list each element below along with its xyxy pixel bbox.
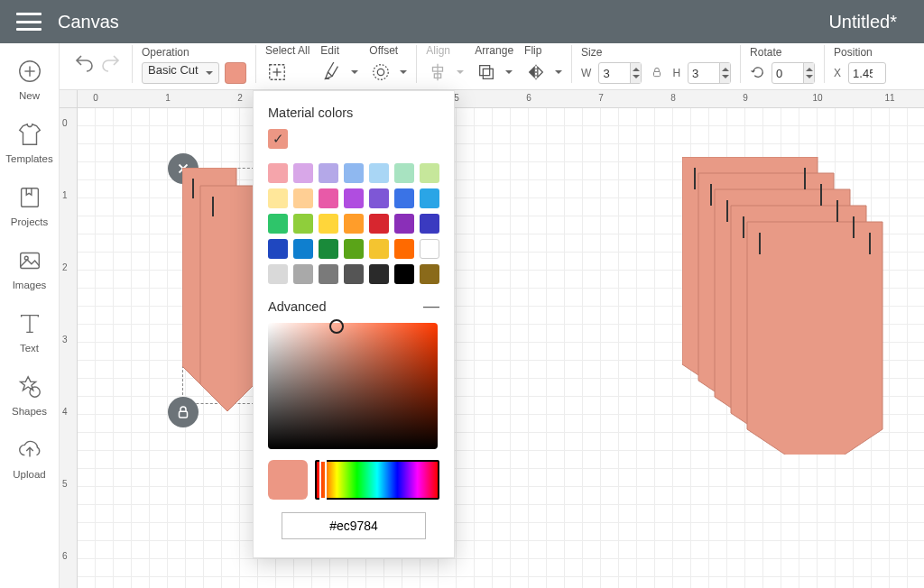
edit-button[interactable] xyxy=(320,60,344,84)
nav-new[interactable]: New xyxy=(0,49,59,112)
app-title: Canvas xyxy=(58,12,119,32)
chevron-down-icon[interactable] xyxy=(505,70,513,78)
color-swatch[interactable] xyxy=(369,239,389,259)
canvas-mat[interactable] xyxy=(78,108,924,588)
color-swatch[interactable] xyxy=(319,214,338,234)
color-swatch[interactable] xyxy=(344,264,364,284)
arrange-label: Arrange xyxy=(475,44,513,57)
operation-color-swatch[interactable] xyxy=(225,62,246,84)
select-all-button[interactable] xyxy=(265,60,289,84)
color-swatch[interactable] xyxy=(268,214,288,234)
color-swatch[interactable] xyxy=(420,239,439,259)
collapse-icon[interactable]: — xyxy=(423,297,439,316)
used-color-swatch[interactable]: ✓ xyxy=(268,129,288,149)
hue-slider[interactable] xyxy=(315,460,439,500)
plus-circle-icon xyxy=(16,58,43,85)
offset-button[interactable] xyxy=(369,60,393,84)
image-icon xyxy=(16,247,43,274)
flip-button[interactable] xyxy=(524,60,548,84)
chevron-down-icon[interactable] xyxy=(555,70,562,78)
title-bar: Canvas Untitled* xyxy=(0,0,924,43)
color-swatch[interactable] xyxy=(344,239,364,259)
hex-input[interactable] xyxy=(282,512,426,539)
color-swatch[interactable] xyxy=(420,264,439,284)
undo-button[interactable] xyxy=(72,51,96,75)
offset-label: Offset xyxy=(369,44,407,57)
color-swatch[interactable] xyxy=(369,188,389,208)
cloud-upload-icon xyxy=(16,436,43,464)
color-swatch[interactable] xyxy=(369,163,389,183)
redo-button[interactable] xyxy=(99,51,123,75)
color-swatch[interactable] xyxy=(344,163,364,183)
align-button xyxy=(426,60,449,84)
nav-images[interactable]: Images xyxy=(0,238,59,301)
color-swatch[interactable] xyxy=(420,188,439,208)
saturation-value-picker[interactable] xyxy=(268,323,438,449)
color-swatch[interactable] xyxy=(268,188,288,208)
lock-aspect-icon[interactable] xyxy=(651,66,663,81)
flip-label: Flip xyxy=(524,44,562,57)
color-swatch[interactable] xyxy=(319,239,338,259)
color-swatch[interactable] xyxy=(394,239,414,259)
color-swatch[interactable] xyxy=(319,264,338,284)
x-label: X xyxy=(834,67,841,79)
nav-label: Upload xyxy=(13,469,45,480)
nav-shapes[interactable]: Shapes xyxy=(0,364,59,427)
nav-templates[interactable]: Templates xyxy=(0,112,59,175)
color-swatch[interactable] xyxy=(394,214,414,234)
edit-label: Edit xyxy=(320,44,358,57)
document-title[interactable]: Untitled* xyxy=(828,12,897,32)
color-swatch[interactable] xyxy=(344,214,364,234)
color-swatch[interactable] xyxy=(394,188,414,208)
bookmark-card-icon xyxy=(16,184,43,211)
svg-rect-16 xyxy=(484,69,494,78)
nav-label: Shapes xyxy=(12,406,47,417)
svg-rect-3 xyxy=(21,188,38,207)
nav-projects[interactable]: Projects xyxy=(0,175,59,238)
position-x-input[interactable] xyxy=(848,62,886,84)
menu-icon[interactable] xyxy=(16,13,42,31)
align-label: Align xyxy=(426,44,464,57)
advanced-label[interactable]: Advanced xyxy=(268,299,327,314)
shapes-icon xyxy=(16,373,43,400)
color-swatch[interactable] xyxy=(420,214,439,234)
nav-upload[interactable]: Upload xyxy=(0,427,59,491)
arrange-button[interactable] xyxy=(475,60,498,84)
color-swatch[interactable] xyxy=(369,264,389,284)
color-swatch[interactable] xyxy=(394,264,414,284)
color-swatch[interactable] xyxy=(319,163,338,183)
svg-rect-4 xyxy=(20,253,39,269)
color-swatch[interactable] xyxy=(319,188,338,208)
w-label: W xyxy=(581,67,591,79)
svg-point-11 xyxy=(374,65,389,80)
select-all-label: Select All xyxy=(265,44,310,57)
color-swatch[interactable] xyxy=(293,188,313,208)
canvas-area[interactable]: 0 1 2 3 4 5 6 7 8 9 10 11 0 1 2 3 4 5 6 xyxy=(60,90,924,588)
color-swatch[interactable] xyxy=(344,188,364,208)
color-swatch[interactable] xyxy=(369,214,389,234)
color-swatch[interactable] xyxy=(293,214,313,234)
nav-label: Images xyxy=(13,280,47,290)
color-picker-panel: Material colors ✓ Advanced — xyxy=(253,90,455,558)
position-label: Position xyxy=(834,46,886,59)
sidebar-nav: New Templates Projects Images Text Shape… xyxy=(0,43,60,588)
size-label: Size xyxy=(581,46,731,59)
operation-select[interactable]: Basic Cut xyxy=(142,62,219,84)
color-swatch[interactable] xyxy=(420,163,439,183)
color-swatch[interactable] xyxy=(268,264,288,284)
color-swatch[interactable] xyxy=(268,239,288,259)
shape-banner-stack[interactable] xyxy=(682,157,890,455)
color-swatch[interactable] xyxy=(293,163,313,183)
chevron-down-icon[interactable] xyxy=(400,70,407,78)
color-swatch[interactable] xyxy=(293,239,313,259)
chevron-down-icon[interactable] xyxy=(351,70,358,78)
color-swatch-grid xyxy=(268,163,439,284)
color-swatch[interactable] xyxy=(268,163,288,183)
ruler-vertical: 0 1 2 3 4 5 6 xyxy=(60,108,78,588)
color-swatch[interactable] xyxy=(394,163,414,183)
nav-text[interactable]: Text xyxy=(0,301,59,364)
svg-rect-18 xyxy=(654,71,661,76)
color-swatch[interactable] xyxy=(293,264,313,284)
svg-point-10 xyxy=(378,69,384,75)
nav-label: New xyxy=(19,90,40,101)
